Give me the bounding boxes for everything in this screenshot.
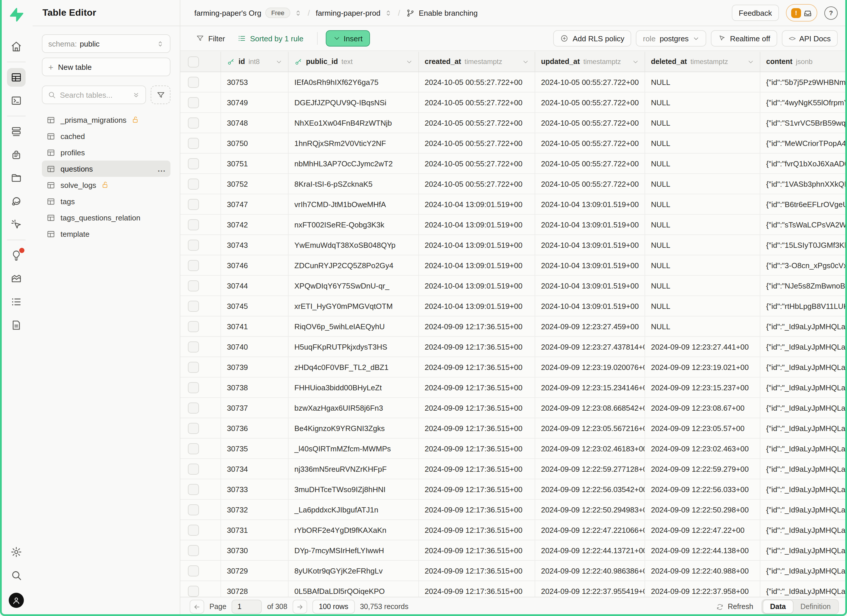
cell-id[interactable]: 30742	[221, 215, 289, 234]
rail-database-button[interactable]	[7, 122, 26, 141]
cell-created-at[interactable]: 2024-09-09 12:17:36.515+00	[419, 581, 535, 597]
cell-deleted-at[interactable]: NULL	[645, 317, 760, 336]
cell-id[interactable]: 30731	[221, 520, 289, 540]
cell-id[interactable]: 30728	[221, 581, 289, 597]
cell-id[interactable]: 30739	[221, 357, 289, 377]
cell-deleted-at[interactable]: 2024-09-09 12:23:08.67+00	[645, 398, 760, 418]
cell-content[interactable]: {"id":"15LSIyT0JGMf3Kl4Vn	[760, 235, 847, 255]
cell-public-id[interactable]: 8KraI-tSI-6-pSZcknaK5	[289, 174, 419, 194]
rail-home-button[interactable]	[7, 37, 26, 56]
cell-content[interactable]: {"id":"NJe5s8ZmBwnoB6e3s	[760, 276, 847, 296]
cell-content[interactable]: {"id":"_Id9aLyJpMHQLaiQG	[760, 520, 847, 540]
cell-public-id[interactable]: _La6pddxcKJIbgufATJ1n	[289, 500, 419, 519]
row-checkbox[interactable]	[188, 443, 199, 454]
cell-id[interactable]: 30746	[221, 255, 289, 275]
cell-public-id[interactable]: 3muDHTceTWso9IZj8hHNI	[289, 479, 419, 499]
cell-created-at[interactable]: 2024-09-09 12:17:36.515+00	[419, 337, 535, 357]
cell-updated-at[interactable]: 2024-10-04 13:09:01.519+00	[535, 194, 645, 214]
row-checkbox[interactable]	[188, 219, 199, 230]
cell-content[interactable]: {"id":"1VASb3phnXXkQPCpv	[760, 174, 847, 194]
row-checkbox[interactable]	[188, 341, 199, 352]
row-checkbox[interactable]	[188, 97, 199, 108]
cell-id[interactable]: 30743	[221, 235, 289, 255]
cell-public-id[interactable]: FHHUioa3bidd00BHyLeZt	[289, 377, 419, 397]
schema-select[interactable]: schema: public	[42, 34, 170, 53]
cell-content[interactable]: {"id":"_Id9aLyJpMHQLaiQG	[760, 479, 847, 499]
cell-id[interactable]: 30733	[221, 479, 289, 499]
cell-updated-at[interactable]: 2024-09-09 12:23:08.668542+00	[535, 398, 645, 418]
cell-created-at[interactable]: 2024-10-04 13:09:01.519+00	[419, 215, 535, 234]
cell-created-at[interactable]: 2024-09-09 12:17:36.515+00	[419, 317, 535, 336]
rows-per-page-button[interactable]: 100 rows	[312, 600, 354, 614]
column-menu-chevron-icon[interactable]	[632, 59, 639, 65]
cell-updated-at[interactable]: 2024-09-09 12:22:44.13721+00	[535, 540, 645, 560]
row-checkbox[interactable]	[188, 382, 199, 393]
cell-deleted-at[interactable]: NULL	[645, 72, 760, 92]
row-checkbox[interactable]	[188, 178, 199, 189]
cell-updated-at[interactable]: 2024-09-09 12:23:27.459+00	[535, 317, 645, 336]
cell-public-id[interactable]: xrETI_HyGY0mPMGVqtOTM	[289, 296, 419, 316]
cell-id[interactable]: 30752	[221, 174, 289, 194]
row-checkbox[interactable]	[188, 321, 199, 332]
cell-content[interactable]: {"id":"_Id9aLyJpMHQLaiQG	[760, 500, 847, 519]
cell-updated-at[interactable]: 2024-10-04 13:09:01.519+00	[535, 296, 645, 316]
cell-created-at[interactable]: 2024-09-09 12:17:36.515+00	[419, 459, 535, 479]
cell-public-id[interactable]: YwEmuWdqT38XoSB048QYp	[289, 235, 419, 255]
column-menu-chevron-icon[interactable]	[748, 59, 754, 65]
cell-public-id[interactable]: RiqOV6p_5wihLeIAEQyhU	[289, 317, 419, 336]
cell-content[interactable]: {"id":"S1vrVC5BrB59wqcM4	[760, 113, 847, 133]
cell-public-id[interactable]: 1hnRQjxSRm2V0VticY2NF	[289, 133, 419, 153]
cell-id[interactable]: 30741	[221, 317, 289, 336]
role-select[interactable]: role postgres	[636, 30, 706, 47]
cell-created-at[interactable]: 2024-09-09 12:17:36.515+00	[419, 418, 535, 438]
cell-created-at[interactable]: 2024-10-04 13:09:01.519+00	[419, 194, 535, 214]
row-checkbox[interactable]	[188, 199, 199, 210]
cell-deleted-at[interactable]: 2024-09-09 12:22:37.958+00	[645, 581, 760, 597]
row-checkbox[interactable]	[188, 239, 199, 251]
cell-public-id[interactable]: ZDCunRYJP2CQ5Z8Po2Gy4	[289, 255, 419, 275]
cell-content[interactable]: {"id":"_Id9aLyJpMHQLaiQG	[760, 459, 847, 479]
cell-public-id[interactable]: Be4KignzoK9YRGNI3Zgks	[289, 418, 419, 438]
cell-updated-at[interactable]: 2024-10-04 13:09:01.519+00	[535, 235, 645, 255]
cell-updated-at[interactable]: 2024-09-09 12:23:19.020076+00	[535, 357, 645, 377]
cell-id[interactable]: 30729	[221, 561, 289, 581]
cell-updated-at[interactable]: 2024-10-05 00:55:27.722+00	[535, 153, 645, 173]
cell-created-at[interactable]: 2024-10-04 13:09:01.519+00	[419, 255, 535, 275]
cell-id[interactable]: 30747	[221, 194, 289, 214]
rail-table-editor-button[interactable]	[7, 68, 26, 87]
cell-updated-at[interactable]: 2024-09-09 12:22:40.986386+00	[535, 561, 645, 581]
notifications-button[interactable]: !	[786, 4, 817, 22]
column-header-public-id[interactable]: public_id text	[289, 52, 419, 72]
cell-content[interactable]: {"id":"_Id9aLyJpMHQLaiQG	[760, 439, 847, 458]
cell-deleted-at[interactable]: 2024-09-09 12:23:27.441+00	[645, 337, 760, 357]
cell-created-at[interactable]: 2024-10-05 00:55:27.722+00	[419, 174, 535, 194]
enable-branching-button[interactable]: Enable branching	[406, 9, 478, 17]
next-page-button[interactable]	[293, 600, 307, 614]
cell-public-id[interactable]: 0L5BAfDaLDl5rQOiqeKPO	[289, 581, 419, 597]
sidebar-table-item[interactable]: questions ...	[42, 161, 170, 177]
cell-public-id[interactable]: DGEJfJZPQUV9Q-IBqsNSi	[289, 93, 419, 112]
cell-updated-at[interactable]: 2024-09-09 12:22:37.955419+00	[535, 581, 645, 597]
cell-public-id[interactable]: bzwXazHgax6UIR58j6Fn3	[289, 398, 419, 418]
page-number-input[interactable]	[232, 600, 262, 614]
rail-reports-button[interactable]	[7, 269, 26, 288]
cell-created-at[interactable]: 2024-10-04 13:09:01.519+00	[419, 276, 535, 296]
cell-updated-at[interactable]: 2024-09-09 12:22:59.277128+00	[535, 459, 645, 479]
column-menu-chevron-icon[interactable]	[522, 59, 529, 65]
cell-updated-at[interactable]: 2024-09-09 12:23:02.46183+00	[535, 439, 645, 458]
cell-created-at[interactable]: 2024-10-04 13:09:01.519+00	[419, 296, 535, 316]
sidebar-table-item[interactable]: solve_logs •••	[42, 177, 170, 193]
row-checkbox[interactable]	[188, 423, 199, 434]
cell-id[interactable]: 30749	[221, 93, 289, 112]
cell-deleted-at[interactable]: 2024-09-09 12:22:59.279+00	[645, 459, 760, 479]
cell-deleted-at[interactable]: 2024-09-09 12:23:02.463+00	[645, 439, 760, 458]
cell-public-id[interactable]: 8yUKotr9qGYjK2eFRhgLv	[289, 561, 419, 581]
sidebar-table-item[interactable]: template •••	[42, 226, 170, 242]
cell-content[interactable]: {"id":"5b7j5Pz9WHBNmY_A	[760, 72, 847, 92]
column-header-updated-at[interactable]: updated_at timestamptz	[535, 52, 645, 72]
row-checkbox[interactable]	[188, 158, 199, 169]
cell-created-at[interactable]: 2024-09-09 12:17:36.515+00	[419, 398, 535, 418]
cell-deleted-at[interactable]: 2024-09-09 12:22:40.988+00	[645, 561, 760, 581]
row-checkbox[interactable]	[188, 565, 199, 576]
row-checkbox[interactable]	[188, 402, 199, 413]
